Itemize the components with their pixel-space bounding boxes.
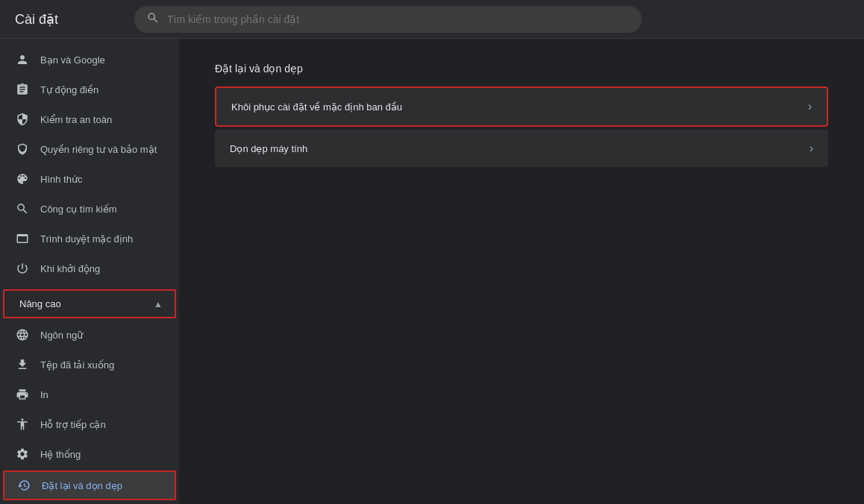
sidebar: Bạn và Google Tự động điền Kiểm tra an t… (0, 39, 179, 504)
sidebar-label-quyen-rieng-tu: Quyền riêng tư và bảo mật (40, 144, 157, 155)
sidebar-label-he-thong: Hệ thống (40, 449, 81, 460)
search-icon (146, 11, 160, 28)
chevron-up-icon: ▲ (154, 299, 163, 309)
main-content: Đặt lại và dọn dẹp Khôi phục cài đặt về … (179, 39, 864, 504)
restore-defaults-row[interactable]: Khôi phục cài đặt về mặc định ban đầu › (216, 88, 827, 125)
sidebar-label-ngon-ngu: Ngôn ngữ (40, 330, 83, 341)
browser-icon (15, 231, 30, 246)
main-section-title: Đặt lại và dọn dẹp (215, 63, 828, 75)
sidebar-label-tep-da-tai-xuong: Tệp đã tải xuống (40, 359, 114, 371)
sidebar-item-cong-cu-tim-kiem[interactable]: Công cụ tìm kiếm (0, 194, 179, 224)
chevron-right-clean-icon: › (810, 142, 813, 155)
clean-computer-row[interactable]: Dọn dẹp máy tính › (215, 130, 828, 167)
history-icon (16, 478, 31, 493)
assignment-icon (15, 82, 30, 97)
person-icon (15, 52, 30, 67)
clean-computer-card: Dọn dẹp máy tính › (215, 130, 828, 167)
sidebar-item-he-thong[interactable]: Hệ thống (0, 439, 179, 469)
sidebar-label-ban-va-google: Bạn và Google (40, 54, 105, 66)
security-icon (15, 112, 30, 127)
shield-icon (15, 142, 30, 157)
restore-defaults-label: Khôi phục cài đặt về mặc định ban đầu (231, 101, 808, 113)
sidebar-label-dat-lai-va-don-dep: Đặt lại và dọn dẹp (42, 480, 122, 491)
sidebar-item-trinh-duyet-mac-dinh[interactable]: Trình duyệt mặc định (0, 224, 179, 253)
power-icon (15, 261, 30, 276)
search-input[interactable] (167, 13, 630, 25)
advanced-section-label: Nâng cao (19, 298, 61, 309)
print-icon (15, 387, 30, 402)
sidebar-item-hinh-thuc[interactable]: Hình thức (0, 164, 179, 194)
header: Cài đặt (0, 0, 864, 39)
sidebar-label-in: In (40, 389, 48, 400)
sidebar-item-tep-da-tai-xuong[interactable]: Tệp đã tải xuống (0, 350, 179, 379)
palette-icon (15, 171, 30, 186)
sidebar-item-dat-lai-va-don-dep[interactable]: Đặt lại và dọn dẹp (3, 470, 176, 500)
clean-computer-label: Dọn dẹp máy tính (230, 143, 810, 154)
accessibility-icon (15, 417, 30, 432)
sidebar-label-kiem-tra-an-toan: Kiểm tra an toàn (40, 114, 112, 125)
language-icon (15, 327, 30, 342)
sidebar-item-in[interactable]: In (0, 379, 179, 409)
restore-defaults-card: Khôi phục cài đặt về mặc định ban đầu › (215, 86, 828, 127)
layout: Bạn và Google Tự động điền Kiểm tra an t… (0, 39, 864, 504)
sidebar-item-ho-tro-tiep-can[interactable]: Hỗ trợ tiếp cận (0, 409, 179, 439)
sidebar-item-tu-dong-dien[interactable]: Tự động điền (0, 75, 179, 104)
download-icon (15, 357, 30, 372)
sidebar-item-kiem-tra-an-toan[interactable]: Kiểm tra an toàn (0, 104, 179, 134)
search-bar[interactable] (134, 6, 642, 33)
sidebar-item-khi-khoi-dong[interactable]: Khi khởi động (0, 253, 179, 283)
advanced-section-header[interactable]: Nâng cao ▲ (3, 289, 176, 318)
sidebar-label-hinh-thuc: Hình thức (40, 174, 82, 185)
settings-icon (15, 447, 30, 462)
sidebar-item-ban-va-google[interactable]: Bạn và Google (0, 45, 179, 75)
chevron-right-restore-icon: › (808, 100, 812, 113)
sidebar-label-cong-cu-tim-kiem: Công cụ tìm kiếm (40, 204, 117, 215)
sidebar-label-ho-tro-tiep-can: Hỗ trợ tiếp cận (40, 419, 106, 430)
sidebar-item-quyen-rieng-tu[interactable]: Quyền riêng tư và bảo mật (0, 134, 179, 164)
sidebar-item-ngon-ngu[interactable]: Ngôn ngữ (0, 320, 179, 350)
search-nav-icon (15, 201, 30, 216)
sidebar-label-tu-dong-dien: Tự động điền (40, 84, 98, 95)
page-title: Cài đặt (15, 11, 104, 28)
sidebar-label-khi-khoi-dong: Khi khởi động (40, 263, 100, 274)
sidebar-label-trinh-duyet-mac-dinh: Trình duyệt mặc định (40, 233, 133, 245)
